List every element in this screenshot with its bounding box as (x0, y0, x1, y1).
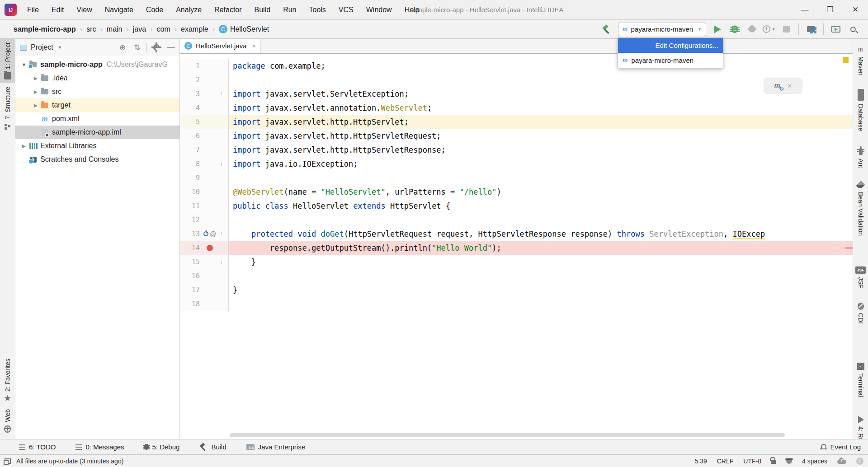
tool-window-button-build[interactable]: Build (199, 443, 226, 451)
code-editor[interactable]: 1package com.example;23import javax.serv… (180, 54, 853, 439)
project-structure-button[interactable] (803, 23, 819, 36)
inspections-indicator[interactable] (843, 57, 849, 63)
debug-button[interactable] (727, 23, 742, 36)
breadcrumb-item-src[interactable]: src (85, 24, 98, 34)
file-encoding[interactable]: UTF-8 (743, 458, 761, 465)
indent-setting[interactable]: 4 spaces (802, 458, 827, 465)
menu-window[interactable]: Window (361, 4, 397, 16)
menu-analyze[interactable]: Analyze (171, 4, 207, 16)
tree-item-sample-micro-app-iml[interactable]: sample-micro-app.iml (15, 126, 179, 139)
toggle-tool-windows-icon[interactable] (5, 458, 11, 464)
tool-stripe-terminal[interactable]: >_Terminal (853, 359, 868, 401)
breadcrumb-item-java[interactable]: java (131, 24, 148, 34)
fold-open-icon[interactable] (221, 92, 225, 96)
breadcrumb-item-helloservlet[interactable]: CHelloServlet (217, 24, 271, 34)
fold-open-icon[interactable] (221, 232, 225, 236)
search-everywhere-button[interactable] (845, 23, 861, 36)
menu-tools[interactable]: Tools (304, 4, 330, 16)
menu-run[interactable]: Run (278, 4, 301, 16)
close-tab-icon[interactable]: × (252, 42, 256, 50)
tool-stripe-2-favorites[interactable]: 2: Favorites★ (0, 355, 15, 406)
fold-end-icon[interactable] (221, 260, 225, 264)
tool-stripe-bean-validation[interactable]: Bean Validation (853, 178, 868, 239)
menu-view[interactable]: View (71, 4, 97, 16)
menu-code[interactable]: Code (141, 4, 168, 16)
tool-stripe-maven[interactable]: mMaven (853, 42, 868, 79)
tree-closed-arrow-icon[interactable]: ▶ (19, 143, 29, 149)
tool-stripe-ant[interactable]: Ant (853, 145, 868, 172)
tree-open-arrow-icon[interactable]: ▼ (19, 62, 29, 67)
line-separator[interactable]: CRLF (717, 458, 734, 465)
overriding-method-icon[interactable] (203, 231, 208, 236)
caret-position[interactable]: 5:39 (694, 458, 707, 465)
tree-item-pom-xml[interactable]: mpom.xml (15, 112, 179, 126)
menu-build[interactable]: Build (250, 4, 276, 16)
tool-stripe-cdi[interactable]: CDI (853, 299, 868, 327)
tree-closed-arrow-icon[interactable]: ▶ (31, 89, 41, 95)
payara-micro-maven-item[interactable]: m payara-micro-maven (618, 53, 723, 68)
event-log-button[interactable]: Event Log (821, 443, 861, 451)
menu-edit[interactable]: Edit (47, 4, 69, 16)
fold-region[interactable] (220, 162, 226, 166)
settings-button[interactable] (151, 42, 161, 52)
tree-item-sample-micro-app[interactable]: ▼sample-micro-appC:\Users\jGauravG (15, 58, 179, 71)
tree-closed-arrow-icon[interactable]: ▶ (31, 103, 41, 108)
horizontal-scrollbar[interactable] (230, 433, 785, 437)
edit-configurations-item[interactable]: Edit Configurations... (618, 38, 723, 53)
tool-window-button-0-messages[interactable]: 0: Messages (75, 443, 124, 451)
run-configuration-dropdown: Edit Configurations... m payara-micro-ma… (618, 37, 723, 68)
tree-item-src[interactable]: ▶src (15, 85, 179, 98)
menu-vcs[interactable]: VCS (334, 4, 359, 16)
run-anything-button[interactable] (828, 23, 844, 36)
code-content: import javax.servlet.http.HttpServlet; (229, 117, 409, 126)
breadcrumb-item-com[interactable]: com (155, 24, 172, 34)
breakpoint-icon[interactable] (207, 245, 213, 251)
lock-icon[interactable] (771, 460, 776, 464)
breadcrumb-item-main[interactable]: main (105, 24, 124, 34)
maven-reload-icon[interactable]: m↻ (774, 81, 780, 90)
close-icon[interactable]: × (788, 81, 792, 90)
tool-stripe-database[interactable]: Database (853, 85, 868, 135)
tool-stripe-jsf[interactable]: JSFJSF (853, 263, 868, 292)
menu-navigate[interactable]: Navigate (100, 4, 138, 16)
collapse-all-button[interactable]: ⇅ (132, 42, 142, 52)
run-configuration-selector[interactable]: m payara-micro-maven ▼ Edit Configuratio… (618, 23, 706, 36)
tree-closed-arrow-icon[interactable]: ▶ (31, 75, 41, 81)
tree-item-scratches-and-consoles[interactable]: ❯Scratches and Consoles (15, 153, 179, 166)
maximize-button[interactable]: ❐ (817, 0, 843, 19)
tree-item-target[interactable]: ▶target (15, 98, 179, 112)
menu-file[interactable]: File (22, 4, 44, 16)
run-button[interactable] (710, 23, 725, 36)
locate-file-button[interactable]: ⊕ (118, 42, 127, 52)
build-project-button[interactable] (599, 23, 614, 36)
fold-region[interactable] (220, 232, 226, 236)
breadcrumb-item-example[interactable]: example (179, 24, 210, 34)
coverage-button[interactable] (744, 23, 760, 36)
minimize-button[interactable]: — (792, 0, 817, 19)
tree-item-label: sample-micro-app.iml (52, 128, 121, 136)
tab-helloservlet-java[interactable]: C HelloServlet.java × (180, 39, 261, 53)
tool-window-button-5-debug[interactable]: 5: Debug (144, 443, 180, 451)
tool-window-button-java-enterprise[interactable]: EEJava Enterprise (246, 443, 305, 451)
settings-sync-icon[interactable] (837, 460, 846, 464)
stop-button[interactable] (778, 23, 794, 36)
tool-stripe-1-project[interactable]: 1: Project (0, 39, 15, 83)
fold-region[interactable] (220, 92, 226, 96)
tool-stripe-7-structure[interactable]: 7: Structure (0, 83, 15, 133)
breadcrumb-item-sample-micro-app[interactable]: sample-micro-app (12, 24, 78, 34)
highlighting-level-icon[interactable] (786, 458, 792, 464)
project-view-selector[interactable]: Project ▼ (20, 43, 62, 51)
menu-refactor[interactable]: Refactor (209, 4, 246, 16)
tree-item-path: C:\Users\jGauravG (107, 61, 168, 69)
fold-region[interactable] (220, 260, 226, 264)
close-button[interactable]: ✕ (843, 0, 868, 19)
tool-window-button-6-todo[interactable]: 6: TODO (19, 443, 56, 451)
code-content: import javax.servlet.ServletException; (229, 89, 409, 98)
profiler-button[interactable]: ▼ (761, 23, 777, 36)
notification-icon[interactable]: ! (856, 458, 863, 465)
fold-end-icon[interactable] (221, 162, 225, 166)
hide-panel-button[interactable]: — (166, 42, 176, 52)
tool-stripe-web[interactable]: Web (0, 406, 15, 436)
tree-item-idea[interactable]: ▶.idea (15, 71, 179, 85)
tree-item-external-libraries[interactable]: ▶External Libraries (15, 139, 179, 153)
